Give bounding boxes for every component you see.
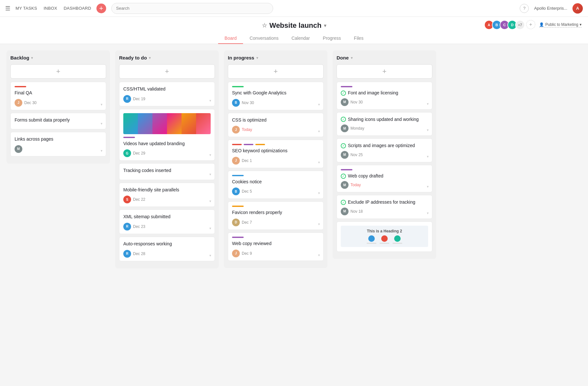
card-date: Nov 30: [350, 100, 363, 104]
card-title: Links across pages: [15, 136, 102, 143]
card-chevron-icon: ▾: [427, 102, 429, 106]
tab-conversations[interactable]: Conversations: [243, 33, 285, 44]
card-footer: J Dec 30: [15, 99, 102, 107]
card-exclude-ip[interactable]: ✓ Exclude IP addresses for tracking M No…: [337, 195, 432, 219]
add-card-ready[interactable]: +: [119, 64, 215, 79]
card-title: Web copy drafted: [348, 173, 383, 179]
card-chevron-icon: ▾: [209, 172, 211, 177]
card-footer: J Today: [232, 126, 319, 134]
card-sharing-icons[interactable]: ✓ Sharing icons updated and working M Mo…: [337, 112, 432, 136]
card-footer: M Today: [341, 181, 428, 189]
tab-board[interactable]: Board: [218, 33, 243, 44]
card-date: Dec 7: [242, 220, 252, 225]
card-favicon[interactable]: Favicon renders properly D Dec 7 ▾: [228, 201, 324, 230]
in-progress-chevron-icon[interactable]: ▾: [256, 56, 258, 60]
user-avatar[interactable]: A: [572, 3, 583, 14]
card-title: SEO keyword optimizations: [232, 148, 319, 154]
tab-calendar[interactable]: Calendar: [285, 33, 316, 44]
card-tag: [341, 86, 352, 87]
project-chevron-icon[interactable]: ▾: [324, 23, 326, 28]
card-chevron-icon: ▾: [318, 102, 320, 107]
card-date: Dec 1: [242, 158, 252, 163]
my-tasks-link[interactable]: MY TASKS: [16, 6, 37, 11]
card-chevron-icon: ▾: [318, 160, 320, 165]
card-links-pages[interactable]: Links across pages M ▾: [10, 132, 106, 156]
column-backlog: Backlog ▾ + Final QA J Dec 30 ▾ Forms su…: [6, 50, 110, 164]
avatar-count[interactable]: +7: [515, 20, 525, 30]
card-avatar: G: [123, 149, 131, 157]
card-avatar: R: [123, 223, 131, 231]
card-scripts-images[interactable]: ✓ Scripts and images are optimized M Nov…: [337, 138, 432, 162]
card-chevron-icon: ▾: [209, 253, 211, 258]
tab-progress[interactable]: Progress: [316, 33, 348, 44]
project-title-text: Website launch: [270, 21, 322, 30]
card-chevron-icon: ▾: [101, 149, 103, 153]
card-footer: R Dec 23: [123, 223, 211, 231]
card-forms-submit[interactable]: Forms submit data properly ▾: [10, 113, 106, 130]
done-chevron-icon[interactable]: ▾: [351, 56, 353, 60]
card-footer: M Nov 25: [341, 151, 428, 159]
card-footer: R Dec 19: [123, 95, 211, 103]
dashboard-link[interactable]: DASHBOARD: [64, 6, 91, 11]
card-chevron-icon: ▾: [209, 226, 211, 231]
card-date: Monday: [350, 126, 364, 131]
visibility-icon: 👤: [539, 22, 544, 27]
tab-files[interactable]: Files: [348, 33, 370, 44]
add-button[interactable]: +: [96, 4, 106, 13]
card-footer: B Dec 5: [232, 188, 319, 195]
col-title-done: Done: [337, 55, 349, 60]
card-avatar: B: [232, 188, 240, 195]
card-footer: M Nov 30: [341, 98, 428, 106]
card-chevron-icon: ▾: [427, 211, 429, 215]
add-card-done[interactable]: +: [337, 64, 432, 79]
menu-icon[interactable]: ☰: [5, 5, 10, 12]
card-title: CSS/HTML validated: [123, 86, 211, 92]
avatar-group: A B C D +7 +: [484, 20, 535, 30]
card-date: Dec 28: [133, 252, 145, 256]
card-chevron-icon: ▾: [427, 128, 429, 132]
card-mobile-friendly[interactable]: Mobile-friendly site parallels S Dec 22 …: [119, 183, 215, 207]
card-chevron-icon: ▾: [318, 222, 320, 226]
star-icon[interactable]: ☆: [262, 22, 267, 29]
card-xml-sitemap[interactable]: XML sitemap submitted R Dec 23 ▾: [119, 209, 215, 234]
add-card-in-progress[interactable]: +: [228, 64, 324, 79]
tag-pill: [232, 144, 242, 145]
inbox-link[interactable]: INBOX: [44, 6, 57, 11]
card-tag: [341, 169, 352, 170]
visibility-button[interactable]: 👤 Public to Marketing ▾: [539, 22, 582, 27]
search-input[interactable]: [111, 3, 273, 14]
card-web-copy-reviewed[interactable]: Web copy reviewed J Dec 9 ▾: [228, 232, 324, 261]
org-name: Apollo Enterpris...: [534, 6, 567, 11]
card-videos-branding[interactable]: Videos have updated branding G Dec 29 ▾: [119, 109, 215, 161]
card-auto-responses[interactable]: Auto-responses working R Dec 28 ▾: [119, 237, 215, 261]
backlog-chevron-icon[interactable]: ▾: [31, 56, 33, 60]
card-avatar: M: [341, 208, 349, 215]
card-date: Dec 29: [133, 151, 145, 155]
card-date: Dec 23: [133, 224, 145, 229]
tag-row: [232, 144, 319, 145]
card-seo-keyword[interactable]: SEO keyword optimizations J Dec 1 ▾: [228, 140, 324, 168]
col-title-in-progress: In progress: [228, 55, 254, 60]
card-date: Dec 5: [242, 189, 252, 194]
help-button[interactable]: ?: [520, 4, 529, 13]
card-chevron-icon: ▾: [318, 129, 320, 134]
card-title: Videos have updated branding: [123, 141, 211, 147]
card-sync-google[interactable]: Sync with Google Analytics B Nov 30 ▾: [228, 82, 324, 110]
card-date: Dec 30: [24, 101, 37, 105]
col-title-ready: Ready to do: [119, 55, 147, 60]
project-tabs: Board Conversations Calendar Progress Fi…: [0, 33, 588, 44]
card-avatar: J: [232, 250, 240, 257]
card-preview-image[interactable]: This is a Heading 2: [337, 221, 432, 252]
card-css-optimized[interactable]: CSS is optimized J Today ▾: [228, 113, 324, 137]
card-css-html[interactable]: CSS/HTML validated R Dec 19 ▾: [119, 82, 215, 106]
gradient-preview: [123, 113, 211, 134]
card-font-licensing[interactable]: ✓ Font and image licensing M Nov 30 ▾: [337, 82, 432, 110]
card-tracking-codes[interactable]: Tracking codes inserted ▾: [119, 163, 215, 180]
card-final-qa[interactable]: Final QA J Dec 30 ▾: [10, 82, 106, 110]
check-icon: ✓: [341, 143, 346, 148]
card-web-copy-drafted[interactable]: ✓ Web copy drafted M Today ▾: [337, 165, 432, 193]
add-card-backlog[interactable]: +: [10, 64, 106, 79]
card-cookies-notice[interactable]: Cookies notice B Dec 5 ▾: [228, 171, 324, 199]
ready-chevron-icon[interactable]: ▾: [149, 56, 151, 60]
add-member-button[interactable]: +: [526, 20, 535, 29]
